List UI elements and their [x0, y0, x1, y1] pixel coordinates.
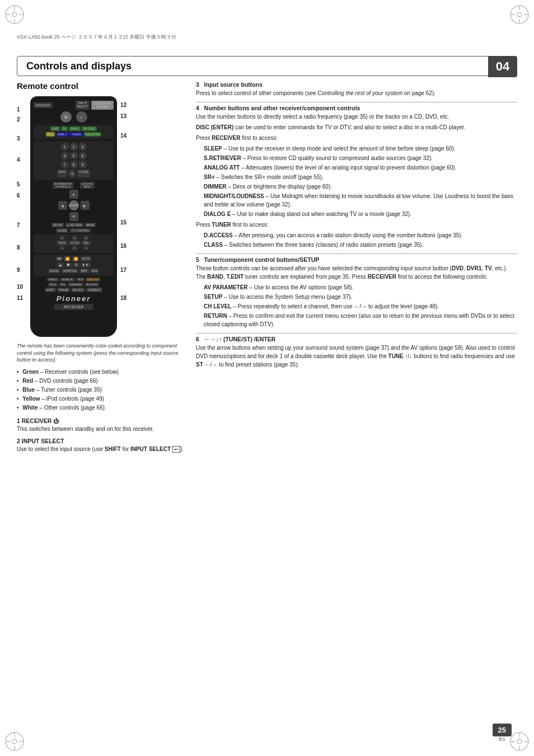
remote-source-section: DVD TV DVR 1 TV CTRL iPod HDMI 1 TUNER R… — [34, 125, 114, 139]
section-5-body: These button controls can be accessed af… — [196, 264, 517, 281]
section-3-body: Press to select control of other compone… — [196, 89, 517, 97]
page-title: Controls and displays — [26, 60, 132, 72]
section-5-heading: 5 Tuner/component control buttons/SETUP — [196, 256, 517, 263]
left-label-5: 5 — [17, 181, 20, 187]
section-4-sleep: SLEEP – Use to put the receiver in sleep… — [196, 144, 517, 153]
section-4-analogatt: ANALOG ATT – Attenuates (lowers) the lev… — [196, 163, 517, 172]
section-4-heading: 4 Number buttons and other receiver/comp… — [196, 105, 517, 111]
bullet-yellow: • Yellow – iPod controls (page 49) — [17, 395, 185, 403]
section-4-dimmer: DIMMER – Dims or brightens the display (… — [196, 182, 517, 191]
svg-point-7 — [517, 12, 522, 17]
remote-control-title: Remote control — [17, 81, 185, 91]
left-label-10: 10 — [17, 284, 23, 290]
remote-caption: The remote has been conveniently color-c… — [17, 342, 185, 364]
section-4-daccess: D.ACCESS – After pressing, you can acces… — [196, 231, 517, 240]
corner-decoration-br — [509, 731, 530, 752]
remote-numpad: 1 2 3 4 5 6 7 8 9 — [34, 141, 114, 180]
section-6-heading: 6 ←→↓↑ (TUNE/ST) /ENTER — [196, 336, 517, 342]
section-4-class: CLASS – Switches between the three banks… — [196, 241, 517, 249]
right-column: 3 Input source buttons Press to select c… — [196, 81, 517, 728]
color-code-list: • Green – Receiver controls (see below) … — [17, 368, 185, 412]
item2-heading: 2 INPUT SELECT — [17, 438, 185, 444]
bullet-white: • White – Other controls (page 66) — [17, 404, 185, 412]
section-3: 3 Input source buttons Press to select c… — [196, 81, 517, 97]
section-5-avparam: AV PARAMETER – Use to access the AV opti… — [196, 283, 517, 292]
section-4-dialoge: DIALOG E – Use to make dialog stand out … — [196, 210, 517, 218]
section-5-setup: SETUP – Use to access the System Setup m… — [196, 293, 517, 301]
section-4-body2: DISC (ENTER) can be used to enter comman… — [196, 123, 517, 132]
left-label-2: 2 — [17, 116, 20, 123]
bullet-green: • Green – Receiver controls (see below) — [17, 368, 185, 376]
svg-point-19 — [517, 739, 522, 744]
right-label-12: 12 — [120, 102, 127, 108]
header-bar: Controls and displays 04 — [17, 56, 517, 76]
bullet-blue: • Blue – Tuner controls (page 35) — [17, 386, 185, 394]
left-column: Remote control 1 2 3 4 5 6 7 8 9 10 11 — [17, 81, 185, 728]
item1-heading: 1 RECEIVER ⏻ — [17, 417, 185, 424]
remote-transport: ⏮ ⏪ ⏩ AUTO ⏏ ⏹ ⏸ ⏵⏵ AUDIO — [34, 255, 114, 276]
section-4: 4 Number buttons and other receiver/comp… — [196, 105, 517, 249]
section-4-sretriever: S.RETRIEVER – Press to restore CD qualit… — [196, 154, 517, 162]
pioneer-logo: Pioneer — [34, 294, 114, 303]
section-5: 5 Tuner/component control buttons/SETUP … — [196, 256, 517, 328]
left-label-3: 3 — [17, 135, 20, 142]
section-6: 6 ←→↓↑ (TUNE/ST) /ENTER Use the arrow bu… — [196, 336, 517, 369]
right-label-13: 13 — [120, 113, 127, 119]
metadata-line: VSX-LX50.book 25 ページ ２００７年４月１２日 木曜日 午後５時… — [17, 34, 176, 41]
section-4-press-receiver: Press RECEIVER first to access: — [196, 134, 517, 142]
corner-decoration-tl — [4, 4, 25, 25]
page-lang: En — [499, 736, 505, 742]
remote-body: RECEIVER INPUTSELECT SYSTEM OFFSOURCE ⏻ … — [30, 96, 117, 337]
main-content: Remote control 1 2 3 4 5 6 7 8 9 10 11 — [17, 81, 517, 728]
section-5-chlevel: CH LEVEL – Press repeatedly to select a … — [196, 302, 517, 311]
left-label-4: 4 — [17, 157, 20, 163]
right-label-14: 14 — [120, 133, 127, 139]
remote-receiver-label: RECEIVER — [54, 304, 93, 310]
corner-decoration-tr — [509, 4, 530, 25]
left-label-9: 9 — [17, 267, 20, 273]
page-footer: 25 En — [493, 724, 512, 742]
bullet-red: • Red – DVD controls (page 66) — [17, 377, 185, 385]
page-number: 25 — [493, 724, 512, 736]
chapter-badge: 04 — [488, 56, 517, 77]
right-label-17: 17 — [120, 267, 127, 273]
corner-decoration-bl — [4, 731, 25, 752]
right-label-18: 18 — [120, 295, 127, 301]
left-label-1: 1 — [17, 106, 20, 112]
section-4-press-tuner: Press TUNER first to access: — [196, 220, 517, 229]
section-6-body: Use the arrow buttons when setting up yo… — [196, 344, 517, 369]
right-label-16: 16 — [120, 243, 127, 249]
section-5-return: RETURN – Press to confirm and exit the c… — [196, 312, 517, 328]
item1-text: This switches between standby and on for… — [17, 425, 185, 433]
left-label-8: 8 — [17, 245, 20, 251]
left-label-7: 7 — [17, 222, 20, 228]
svg-point-1 — [12, 12, 17, 17]
section-4-body1: Use the number buttons to directly selec… — [196, 112, 517, 121]
item2-text: Use to select the input source (use SHIF… — [17, 445, 185, 453]
left-label-6: 6 — [17, 192, 20, 199]
svg-point-13 — [12, 739, 17, 744]
remote-tv-control: + TV/VL – + TV CH – + VOL — [34, 234, 114, 253]
section-3-heading: 3 Input source buttons — [196, 81, 517, 88]
section-4-srplus: SR+ – Switches the SR+ mode on/off (page… — [196, 173, 517, 181]
remote-control-image: 1 2 3 4 5 6 7 8 9 10 11 RECEIVER — [17, 96, 185, 337]
right-label-15: 15 — [120, 219, 127, 226]
section-4-midnight: MIDNIGHT/LOUDNESS – Use Midnight when li… — [196, 192, 517, 209]
left-label-11: 11 — [17, 295, 23, 301]
